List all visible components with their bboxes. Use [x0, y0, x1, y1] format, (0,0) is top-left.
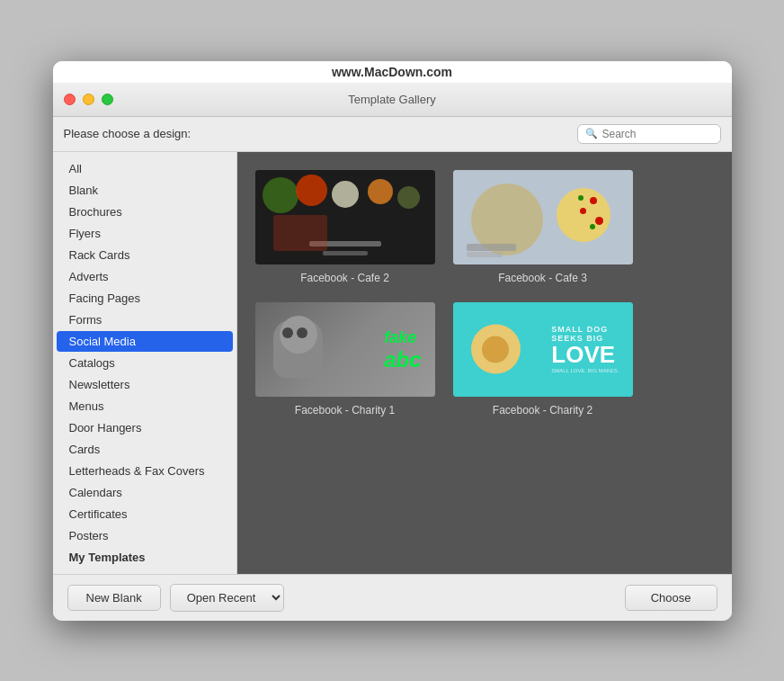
template-label-charity2: Facebook - Charity 2: [493, 404, 592, 417]
template-card-charity2[interactable]: SMALL DOG SEEKS BIG LOVE SMALL LOVE. BIG…: [453, 302, 633, 417]
traffic-lights: [64, 94, 113, 105]
sidebar-item-certificates[interactable]: Certificates: [57, 504, 233, 524]
choose-button[interactable]: Choose: [625, 585, 717, 611]
close-button[interactable]: [64, 94, 76, 105]
template-thumb-cafe2: [255, 170, 435, 264]
template-thumb-charity1: fake abc: [255, 302, 435, 397]
open-recent-select[interactable]: Open Recent: [170, 584, 284, 612]
subtitle-label: Please choose a design:: [64, 127, 192, 140]
subtitle-bar: Please choose a design: 🔍: [53, 117, 732, 152]
sidebar-item-social-media[interactable]: Social Media: [57, 331, 233, 352]
sidebar-item-door-hangers[interactable]: Door Hangers: [57, 417, 233, 438]
sidebar-item-flyers[interactable]: Flyers: [57, 223, 233, 244]
search-icon: 🔍: [585, 128, 598, 139]
sidebar-item-newsletters[interactable]: Newsletters: [57, 374, 233, 395]
cafe3-artwork: [453, 170, 633, 264]
new-blank-button[interactable]: New Blank: [67, 585, 161, 611]
sidebar-item-rack-cards[interactable]: Rack Cards: [57, 245, 233, 265]
sidebar-item-letterheads--fax-covers[interactable]: Letterheads & Fax Covers: [57, 461, 233, 481]
template-label-cafe2: Facebook - Cafe 2: [300, 272, 389, 284]
content-area: Facebook - Cafe 2 Facebook - Cafe 3: [237, 152, 732, 574]
footer-left: New Blank Open Recent: [67, 584, 284, 612]
template-card-cafe2[interactable]: Facebook - Cafe 2: [255, 170, 435, 284]
cafe2-artwork: [255, 170, 435, 264]
titlebar: Template Gallery: [53, 83, 732, 117]
sidebar-item-menus[interactable]: Menus: [57, 396, 233, 417]
sidebar-item-adverts[interactable]: Adverts: [57, 266, 233, 287]
window-title: Template Gallery: [348, 93, 436, 106]
template-card-charity1[interactable]: fake abc Facebook - Charity 1: [255, 302, 435, 417]
main-content: AllBlankBrochuresFlyersRack CardsAdverts…: [53, 152, 732, 574]
charity2-artwork: SMALL DOG SEEKS BIG LOVE SMALL LOVE. BIG…: [453, 302, 633, 397]
sidebar-item-my-templates[interactable]: My Templates: [57, 547, 233, 568]
sidebar-item-blank[interactable]: Blank: [57, 180, 233, 201]
template-label-cafe3: Facebook - Cafe 3: [498, 272, 587, 284]
templates-row-2: fake abc Facebook - Charity 1 SMALL DOG …: [255, 302, 714, 417]
minimize-button[interactable]: [83, 94, 94, 105]
sidebar: AllBlankBrochuresFlyersRack CardsAdverts…: [53, 152, 237, 574]
sidebar-item-brochures[interactable]: Brochures: [57, 202, 233, 222]
sidebar-item-cards[interactable]: Cards: [57, 439, 233, 460]
charity1-artwork: fake abc: [255, 302, 435, 397]
search-box[interactable]: 🔍: [577, 124, 721, 144]
sidebar-item-catalogs[interactable]: Catalogs: [57, 353, 233, 373]
sidebar-item-calendars[interactable]: Calendars: [57, 482, 233, 503]
template-label-charity1: Facebook - Charity 1: [295, 404, 395, 417]
sidebar-item-all[interactable]: All: [57, 158, 233, 179]
watermark: www.MacDown.com: [53, 61, 732, 83]
template-thumb-cafe3: [453, 170, 633, 264]
template-card-cafe3[interactable]: Facebook - Cafe 3: [453, 170, 633, 284]
search-input[interactable]: [602, 128, 713, 140]
sidebar-item-forms[interactable]: Forms: [57, 309, 233, 330]
sidebar-item-facing-pages[interactable]: Facing Pages: [57, 288, 233, 309]
template-thumb-charity2: SMALL DOG SEEKS BIG LOVE SMALL LOVE. BIG…: [453, 302, 633, 397]
template-gallery-window: www.MacDown.com Template Gallery Please …: [53, 61, 732, 621]
maximize-button[interactable]: [102, 94, 113, 105]
footer-bar: New Blank Open Recent Choose: [53, 574, 732, 621]
sidebar-item-posters[interactable]: Posters: [57, 525, 233, 546]
templates-row-1: Facebook - Cafe 2 Facebook - Cafe 3: [255, 170, 714, 284]
